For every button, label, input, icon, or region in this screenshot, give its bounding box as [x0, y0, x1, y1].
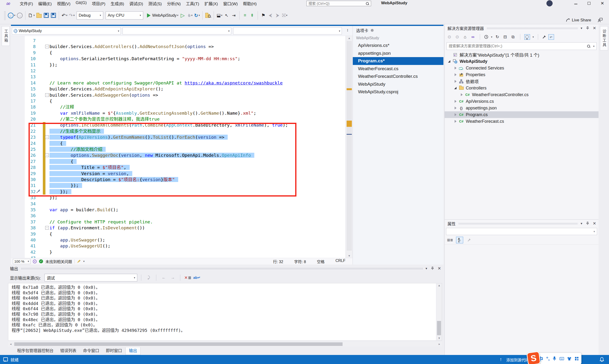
feedback-bubble-icon[interactable] — [3, 357, 7, 362]
menu-item[interactable]: 测试(S) — [146, 0, 164, 7]
window-position-dropdown-icon[interactable]: ▾ — [426, 266, 427, 270]
tree-item[interactable]: WebApiStudy — [445, 58, 598, 65]
output-horizontal-scrollbar[interactable]: ◂ ▸ — [8, 342, 442, 347]
menu-item[interactable]: 调试(D) — [127, 0, 146, 7]
toolbox-tab[interactable]: 工具箱 — [2, 26, 10, 46]
editor-vertical-scrollbar[interactable]: ▲ ▼ — [345, 36, 352, 258]
output-vertical-scrollbar[interactable]: ▲ ▼ — [436, 283, 442, 340]
toggle-bookmark-button[interactable]: ⚑ — [260, 11, 267, 20]
save-all-button[interactable] — [50, 11, 57, 20]
se-back-icon[interactable]: ⊙ — [447, 34, 452, 39]
tree-item[interactable]: C#ApiVersions.cs — [445, 98, 598, 105]
bottom-panel-tab[interactable]: 输出 — [125, 347, 141, 355]
tree-item[interactable]: Controllers — [445, 85, 598, 91]
properties-header[interactable]: 属性 ▾ ✕ — [445, 220, 598, 227]
code-line[interactable]: 40 app.UseSwagger(); — [11, 237, 345, 243]
code-line[interactable]: 11}); — [11, 62, 345, 68]
navigate-forward-button[interactable]: → — [16, 11, 23, 20]
code-line[interactable]: 38-if (app.Environment.IsDevelopment()) — [11, 225, 345, 231]
close-button[interactable]: ✕ — [596, 0, 609, 7]
home-icon[interactable]: ⌂ — [462, 35, 468, 39]
code-line[interactable]: 37// Configure the HTTP request pipeline… — [11, 219, 345, 225]
fold-toggle[interactable]: - — [45, 226, 49, 230]
type-dropdown[interactable]: ▾ — [123, 27, 231, 35]
code-line[interactable]: 35var app = builder.Build(); — [11, 207, 345, 213]
minimize-button[interactable] — [569, 0, 582, 7]
code-line[interactable]: 15builder.Services.AddEndpointsApiExplor… — [11, 86, 345, 92]
sync-dropdown[interactable]: ▾ — [533, 36, 534, 39]
project-dropdown[interactable]: WebApiStudy▾ — [12, 27, 121, 35]
categorized-view-icon[interactable]: ⊞≣ — [447, 237, 454, 243]
ime-toolbox-grid-icon[interactable] — [575, 357, 579, 361]
tree-item[interactable]: C#WeatherForecastController.cs — [445, 91, 598, 98]
code-line[interactable]: 34 — [11, 201, 345, 207]
window-position-dropdown-icon[interactable]: ▾ — [581, 221, 582, 225]
window-position-dropdown-icon[interactable]: ▾ — [581, 26, 582, 30]
expand-icon[interactable] — [454, 73, 457, 76]
add-to-source-control-arrow-icon[interactable]: ↑ — [500, 357, 502, 362]
document-tab[interactable]: WeatherForecastController.cs — [353, 73, 443, 80]
output-source-dropdown[interactable]: 调试▾ — [44, 274, 137, 281]
code-line[interactable]: 17{ — [11, 98, 345, 104]
start-without-debugging-button[interactable]: ▷ — [179, 11, 186, 20]
diagnostic-tools-tab[interactable]: 诊断工具 — [600, 26, 608, 51]
menu-item[interactable]: 生成(B) — [108, 0, 127, 7]
scrollbar-thumb[interactable] — [14, 342, 343, 346]
undo-button[interactable]: ↶▾ — [61, 11, 68, 20]
scrollbar-thumb[interactable] — [437, 321, 441, 335]
refresh-icon[interactable]: ↻ — [494, 34, 500, 39]
menu-item[interactable]: 帮助(H) — [240, 0, 259, 7]
expand-icon[interactable] — [460, 93, 463, 96]
start-debugging-button[interactable]: WebApiStudy▾ — [146, 11, 179, 20]
expand-icon[interactable] — [454, 113, 457, 116]
restart-button[interactable]: ↻▾ — [194, 11, 201, 20]
code-cleanup-dropdown[interactable]: ▾ — [83, 260, 85, 263]
code-line[interactable]: 36 — [11, 213, 345, 219]
tree-item[interactable]: 解决方案“WebApiStudy”(1 个项目/共 1 个) — [445, 52, 598, 58]
next-bookmark-button[interactable]: ⮞ — [274, 11, 281, 20]
menu-item[interactable]: 项目(P) — [89, 0, 108, 7]
fold-toggle[interactable]: - — [45, 45, 49, 48]
menu-item[interactable]: 窗口(W) — [220, 0, 240, 7]
live-share-button[interactable]: Live Share — [565, 16, 592, 25]
document-tab[interactable]: appsettings.json — [353, 50, 443, 57]
bottom-panel-tab[interactable]: 程序包管理器控制台 — [14, 347, 57, 355]
code-line[interactable]: 9{ — [11, 50, 345, 56]
alphabetical-sort-icon[interactable]: AZ↓ — [456, 237, 463, 243]
solution-search-input[interactable] — [447, 44, 587, 48]
output-header[interactable]: 输出 ▾ ✕ — [7, 265, 443, 272]
eol-indicator[interactable]: CRLF — [336, 259, 345, 264]
tree-item[interactable]: C#WeatherForecast.cs — [445, 118, 598, 125]
previous-bookmark-button[interactable]: ⮜ — [267, 11, 274, 20]
solution-explorer-header[interactable]: 解决方案资源管理器 ▾ ✕ — [445, 24, 598, 32]
navigate-back-button[interactable]: ←▾ — [7, 11, 16, 20]
member-dropdown[interactable]: ▾ — [233, 27, 342, 35]
skin-shirt-icon[interactable] — [567, 357, 571, 361]
find-in-files-button[interactable] — [205, 11, 212, 20]
wrench-icon[interactable] — [542, 35, 546, 39]
maximize-button[interactable] — [582, 0, 596, 7]
expand-icon[interactable] — [454, 100, 457, 103]
menu-item[interactable]: 扩展(X) — [202, 0, 220, 7]
expand-icon[interactable] — [454, 120, 457, 123]
code-cleanup-icon[interactable] — [77, 260, 80, 263]
user-avatar[interactable] — [546, 0, 553, 6]
se-forward-icon[interactable]: ⊙ — [454, 34, 460, 39]
menu-item[interactable]: 文件(F) — [17, 0, 36, 7]
scrollbar-up-arrow[interactable]: ▲ — [346, 36, 353, 40]
cursor-location-button[interactable]: ↖ — [223, 11, 230, 20]
indent-increase-button[interactable]: ⇞ — [249, 11, 256, 20]
search-options-dropdown[interactable]: ▾ — [593, 45, 595, 48]
bottom-panel-tab[interactable]: 错误列表 — [57, 347, 80, 355]
ime-punctuation-icon[interactable]: °, — [546, 356, 550, 361]
scrollbar-thumb[interactable] — [347, 41, 352, 250]
collapse-all-icon[interactable]: ⊟ — [502, 34, 508, 39]
menu-item[interactable]: Git(G) — [73, 0, 89, 7]
hot-reload-button[interactable]: ▾ — [186, 11, 194, 20]
solution-search-box[interactable]: ▾ — [447, 42, 597, 50]
properties-object-dropdown[interactable]: ▾ — [446, 228, 597, 235]
code-line[interactable]: 12 — [11, 68, 345, 74]
document-tab[interactable]: WeatherForecast.cs — [353, 65, 443, 73]
output-console[interactable]: 线程 0x71a8 已退出，返回值为 0 (0x0)。线程 0x5df4 已退出… — [8, 283, 442, 341]
close-panel-icon[interactable]: ✕ — [593, 221, 596, 226]
